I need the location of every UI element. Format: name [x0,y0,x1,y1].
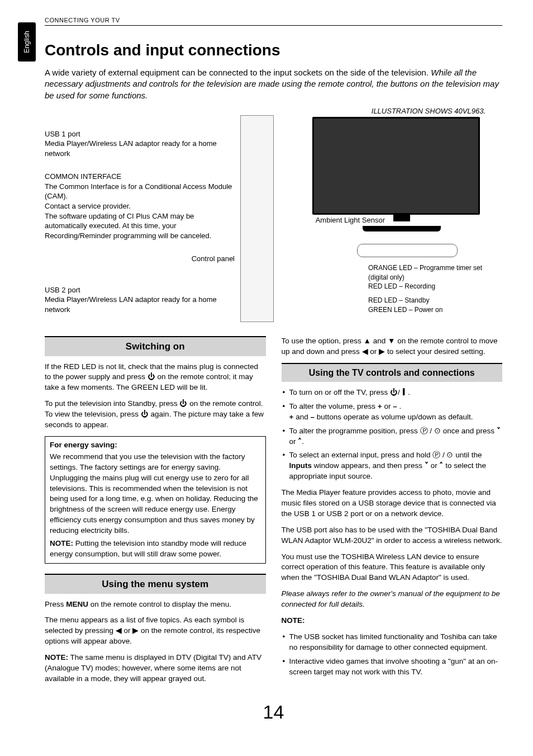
usb1-title: USB 1 port [45,129,235,139]
tv-neck-icon [393,215,410,221]
note-usb: The USB socket has limited functionality… [282,632,503,653]
usb1-desc: Media Player/Wireless LAN adaptor ready … [45,139,235,158]
menu-note: NOTE: The same menu is displayed in DTV … [45,653,266,684]
tv-stand-icon [363,226,441,231]
input-icon: ⊙ [446,450,453,461]
left-arrow-icon: ◀ [116,626,122,635]
right-column: To use the option, press ▲ and ▼ on the … [282,336,503,690]
power-icon: ⏻ [141,409,149,420]
down-arrow-icon: ▼ [388,337,395,345]
led-orange: ORANGE LED – Programme timer set (digita… [368,263,502,282]
bullet-volume: To alter the volume, press + or – . + an… [282,401,503,423]
right-top-paragraph: To use the option, press ▲ and ▼ on the … [282,336,503,357]
refer-manual-paragraph: Please always refer to the owner's manua… [282,589,503,610]
p-icon: Ⓟ [432,450,440,461]
bullet-external-input: To select an external input, press and h… [282,450,503,482]
led-green: GREEN LED – Power on [368,305,502,315]
page-number: 14 [45,701,502,723]
usb-wlan-paragraph: The USB port also has to be used with th… [282,525,503,546]
port-labels: USB 1 port Media Player/Wireless LAN ada… [45,107,235,328]
page-content: CONNECTING YOUR TV Controls and input co… [0,0,533,734]
led-red-rec: RED LED – Recording [368,282,502,291]
down-caret-icon: ˅ [497,427,501,435]
note-label: NOTE: [282,616,503,626]
note-bullets: The USB socket has limited functionality… [282,632,503,678]
page-title: Controls and input connections [45,41,502,59]
p-icon: Ⓟ [420,426,428,437]
usb2-title: USB 2 port [45,285,235,295]
wlan-device-paragraph: You must use the TOSHIBA Wireless LAN de… [282,552,503,584]
switching-on-heading: Switching on [45,336,266,356]
two-column-body: Switching on If the RED LED is not lit, … [45,336,502,690]
energy-title: For energy saving: [50,440,261,451]
bullet-power: To turn on or off the TV, press ⏻/❙. [282,388,503,398]
language-label: English [23,31,31,53]
energy-note: NOTE: Putting the television into standb… [50,538,261,560]
power-bar-icon: ⏻/❙ [390,388,408,398]
bullet-programme: To alter the programme position, press Ⓟ… [282,426,503,447]
illustration-caption: ILLUSTRATION SHOWS 40VL963. [372,107,486,115]
usb2-desc: Media Player/Wireless LAN adaptor ready … [45,295,235,314]
menu-p2: The menu appears as a list of five topic… [45,615,266,647]
up-arrow-icon: ▲ [364,337,371,345]
tv-indicator-bar [357,244,458,257]
intro-plain: A wide variety of external equipment can… [45,68,429,77]
power-icon: ⏻ [179,399,187,409]
note-games: Interactive video games that involve sho… [282,656,503,678]
common-interface-title: COMMON INTERFACE [45,172,235,182]
input-icon: ⊙ [434,426,441,437]
led-red-standby: RED LED – Standby [368,296,502,305]
intro-paragraph: A wide variety of external equipment can… [45,67,502,101]
right-arrow-icon: ▶ [379,347,385,356]
energy-body: We recommend that you use the television… [50,452,261,536]
switching-p1: If the RED LED is not lit, check that th… [45,362,266,394]
switching-p2: To put the television into Standby, pres… [45,399,266,431]
menu-p1: Press MENU on the remote control to disp… [45,599,266,610]
power-icon: ⏻ [147,372,155,382]
tv-controls-heading: Using the TV controls and connections [282,363,503,382]
left-arrow-icon: ◀ [362,347,368,356]
media-player-paragraph: The Media Player feature provides access… [282,488,503,519]
tv-screen-icon [312,117,480,215]
led-labels: ORANGE LED – Programme timer set (digita… [368,263,502,315]
control-panel-label: Control panel [45,254,235,264]
energy-saving-box: For energy saving: We recommend that you… [45,436,266,564]
ambient-sensor-label: Ambient Light Sensor [316,216,385,224]
left-column: Switching on If the RED LED is not lit, … [45,336,266,690]
diagram-area: ILLUSTRATION SHOWS 40VL963. USB 1 port M… [45,107,502,325]
down-caret-icon: ˅ [425,461,429,470]
language-tab: English [18,22,36,62]
common-interface-desc: The Common Interface is for a Conditiona… [45,182,235,240]
right-arrow-icon: ▶ [132,626,139,635]
menu-system-heading: Using the menu system [45,574,266,594]
header-section-title: CONNECTING YOUR TV [45,17,502,26]
controls-bullets: To turn on or off the TV, press ⏻/❙. To … [282,388,503,482]
tv-side-panel-graphic [240,115,274,322]
